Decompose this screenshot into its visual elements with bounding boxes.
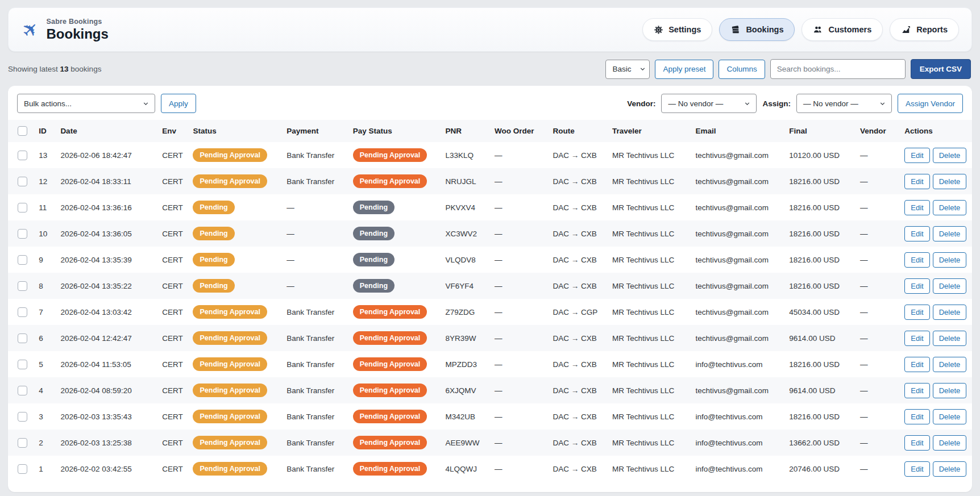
- chevron-down-icon: [639, 65, 646, 73]
- row-checkbox[interactable]: [18, 307, 27, 317]
- nav-settings[interactable]: Settings: [642, 18, 712, 41]
- cell-id: 3: [34, 403, 56, 430]
- cell-woo-order: —: [490, 325, 548, 351]
- cell-pnr: XC3WV2: [441, 220, 490, 247]
- status-badge: Pending: [193, 201, 234, 214]
- row-checkbox[interactable]: [18, 464, 27, 474]
- assign-vendor-button[interactable]: Assign Vendor: [898, 94, 963, 113]
- apply-preset-button[interactable]: Apply preset: [655, 60, 713, 79]
- edit-button[interactable]: Edit: [904, 174, 929, 189]
- col-payment: Payment: [282, 120, 348, 142]
- search-input[interactable]: [770, 59, 906, 79]
- columns-button[interactable]: Columns: [719, 60, 765, 79]
- delete-button[interactable]: Delete: [933, 200, 967, 215]
- cell-payment: —: [282, 220, 348, 247]
- chevron-down-icon: [744, 100, 751, 107]
- edit-button[interactable]: Edit: [904, 357, 929, 372]
- status-badge: Pending Approval: [193, 174, 267, 188]
- nav-bookings[interactable]: Bookings: [719, 18, 795, 41]
- assign-vendor-select[interactable]: — No vendor —: [796, 94, 892, 113]
- row-checkbox[interactable]: [18, 229, 27, 239]
- assign-label: Assign:: [762, 99, 791, 108]
- cell-date: 2026-02-03 13:25:38: [56, 430, 157, 456]
- cell-traveler: MR Techtivus LLC: [608, 299, 691, 325]
- edit-button[interactable]: Edit: [904, 252, 929, 268]
- cell-id: 4: [34, 377, 56, 403]
- delete-button[interactable]: Delete: [933, 148, 967, 163]
- cell-payment: —: [282, 273, 348, 299]
- edit-button[interactable]: Edit: [904, 331, 929, 346]
- delete-button[interactable]: Delete: [933, 252, 967, 268]
- cell-id: 5: [34, 351, 56, 377]
- delete-button[interactable]: Delete: [933, 278, 967, 294]
- edit-button[interactable]: Edit: [904, 200, 929, 215]
- cell-date: 2026-02-02 03:42:55: [56, 456, 157, 482]
- cell-email: info@techtivus.com: [691, 403, 785, 430]
- bulk-apply-button[interactable]: Apply: [161, 94, 196, 113]
- cell-woo-order: —: [490, 403, 548, 430]
- nav-reports[interactable]: Reports: [890, 18, 959, 41]
- edit-button[interactable]: Edit: [904, 305, 929, 320]
- cell-date: 2026-02-04 11:53:05: [56, 351, 157, 377]
- pay-status-badge: Pending Approval: [353, 462, 427, 476]
- delete-button[interactable]: Delete: [933, 357, 967, 372]
- table-row: 13 2026-02-06 18:42:47 CERT Pending Appr…: [8, 142, 972, 168]
- cell-email: techtivus@gmail.com: [691, 377, 785, 403]
- cell-env: CERT: [157, 194, 188, 220]
- row-checkbox[interactable]: [18, 177, 27, 186]
- row-checkbox[interactable]: [18, 281, 27, 291]
- edit-button[interactable]: Edit: [904, 226, 929, 241]
- col-pay-status: Pay Status: [348, 120, 441, 142]
- row-checkbox[interactable]: [18, 386, 27, 395]
- row-checkbox[interactable]: [18, 360, 27, 369]
- cell-env: CERT: [157, 430, 188, 456]
- preset-select[interactable]: Basic: [605, 60, 650, 79]
- status-badge: Pending Approval: [193, 410, 267, 423]
- status-badge: Pending Approval: [193, 331, 267, 345]
- cell-date: 2026-02-04 13:36:16: [56, 194, 157, 220]
- row-checkbox[interactable]: [18, 334, 27, 343]
- delete-button[interactable]: Delete: [933, 226, 967, 241]
- row-checkbox[interactable]: [18, 255, 27, 265]
- delete-button[interactable]: Delete: [933, 409, 967, 424]
- cell-route: DAC → CXB: [548, 403, 607, 430]
- cell-route: DAC → CXB: [548, 168, 607, 194]
- cell-id: 9: [34, 247, 56, 273]
- cell-pnr: 6XJQMV: [441, 377, 490, 403]
- cell-payment: —: [282, 247, 348, 273]
- vendor-filter-select[interactable]: — No vendor —: [661, 94, 757, 113]
- cell-pnr: VF6YF4: [441, 273, 490, 299]
- delete-button[interactable]: Delete: [933, 383, 967, 398]
- col-pnr: PNR: [441, 120, 490, 142]
- edit-button[interactable]: Edit: [904, 383, 929, 398]
- row-checkbox[interactable]: [18, 203, 27, 212]
- edit-button[interactable]: Edit: [904, 435, 929, 451]
- gear-icon: [654, 25, 663, 35]
- pay-status-badge: Pending Approval: [353, 174, 427, 188]
- edit-button[interactable]: Edit: [904, 278, 929, 294]
- cell-pnr: AEE9WW: [441, 430, 490, 456]
- bulk-actions-select[interactable]: Bulk actions...: [17, 94, 155, 113]
- row-checkbox[interactable]: [18, 151, 27, 160]
- row-checkbox[interactable]: [18, 438, 27, 448]
- delete-button[interactable]: Delete: [933, 461, 967, 477]
- delete-button[interactable]: Delete: [933, 305, 967, 320]
- cell-pnr: L33KLQ: [441, 142, 490, 168]
- cell-payment: Bank Transfer: [282, 142, 348, 168]
- table-row: 7 2026-02-04 13:03:42 CERT Pending Appro…: [8, 299, 972, 325]
- cell-id: 12: [34, 168, 56, 194]
- cell-pnr: VLQDV8: [441, 247, 490, 273]
- edit-button[interactable]: Edit: [904, 148, 929, 163]
- cell-id: 10: [34, 220, 56, 247]
- cell-woo-order: —: [490, 377, 548, 403]
- status-badge: Pending: [193, 279, 234, 293]
- select-all-checkbox[interactable]: [18, 126, 27, 136]
- edit-button[interactable]: Edit: [904, 409, 929, 424]
- export-csv-button[interactable]: Export CSV: [911, 59, 971, 79]
- delete-button[interactable]: Delete: [933, 331, 967, 346]
- row-checkbox[interactable]: [18, 412, 27, 422]
- delete-button[interactable]: Delete: [933, 435, 967, 451]
- delete-button[interactable]: Delete: [933, 174, 967, 189]
- nav-customers[interactable]: Customers: [802, 18, 883, 41]
- edit-button[interactable]: Edit: [904, 461, 929, 477]
